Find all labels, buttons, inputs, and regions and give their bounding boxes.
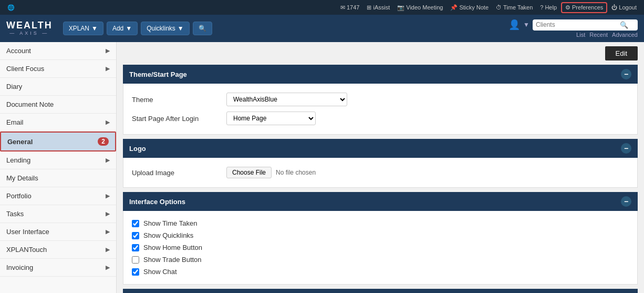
choose-file-button[interactable]: Choose File	[226, 167, 272, 178]
sidebar-arrow-client-focus: ▶	[106, 65, 110, 72]
start-page-select[interactable]: Home Page	[226, 112, 316, 125]
search-icon: 🔍	[199, 25, 206, 32]
start-page-select-wrapper: Home Page	[226, 112, 316, 125]
sidebar-arrow-lending: ▶	[106, 157, 110, 164]
sidebar-item-lending[interactable]: Lending ▶	[0, 151, 116, 169]
sidebar-item-email[interactable]: Email ▶	[0, 114, 116, 132]
show-quicklinks-checkbox[interactable]	[132, 232, 139, 239]
iassist-button[interactable]: ⊞ iAssist	[363, 3, 393, 12]
interface-collapse-button[interactable]: −	[621, 196, 631, 207]
sidebar-item-xplantouch[interactable]: XPLANTouch ▶	[0, 241, 116, 259]
globe-icon-btn[interactable]: 🌐	[4, 3, 18, 12]
show-trade-button-checkbox[interactable]	[132, 256, 139, 264]
sidebar-label-document-note: Document Note	[6, 100, 54, 108]
sidebar-item-user-interface[interactable]: User Interface ▶	[0, 223, 116, 241]
sidebar-label-user-interface: User Interface	[6, 228, 49, 236]
video-icon: 📷	[397, 4, 404, 11]
sidebar-item-diary[interactable]: Diary	[0, 78, 116, 96]
quicklinks-button[interactable]: Quicklinks ▼	[141, 22, 190, 35]
upload-image-label: Upload Image	[132, 169, 226, 177]
sidebar-item-invoicing[interactable]: Invoicing ▶	[0, 259, 116, 277]
sidebar-item-account[interactable]: Account ▶	[0, 42, 116, 60]
search-icon-button[interactable]: 🔍	[193, 22, 212, 35]
sidebar-arrow-xplantouch: ▶	[106, 246, 110, 253]
show-time-taken-label: Show Time Taken	[143, 219, 197, 227]
theme-label: Theme	[132, 96, 226, 104]
logo-section: Logo − Upload Image Choose File No file …	[123, 139, 638, 188]
search-submit-icon[interactable]: 🔍	[620, 21, 628, 29]
theme-collapse-button[interactable]: −	[621, 69, 631, 79]
interface-section: Interface Options − Show Time Taken Show…	[123, 192, 638, 285]
logo-section-title: Logo	[129, 145, 146, 153]
show-time-taken-row: Show Time Taken	[132, 217, 629, 229]
nav-bar: WEALTH — AXIS — XPLAN ▼ Add ▼ Quicklinks…	[0, 15, 644, 42]
sidebar-label-xplantouch: XPLANTouch	[6, 246, 47, 254]
add-button[interactable]: Add ▼	[107, 22, 138, 35]
help-icon: ?	[540, 4, 543, 11]
recent-link[interactable]: Recent	[589, 32, 608, 38]
upload-image-row: Upload Image Choose File No file chosen	[132, 164, 629, 181]
sidebar-label-diary: Diary	[6, 83, 22, 90]
theme-row: Theme WealthAxisBlue	[132, 90, 629, 109]
xplan-chevron: ▼	[91, 25, 98, 32]
mail-button[interactable]: ✉ 1747	[337, 3, 362, 12]
sticky-note-button[interactable]: 📌 Sticky Note	[447, 3, 492, 12]
theme-section-header[interactable]: Theme/Start Page −	[123, 65, 638, 84]
sidebar-item-my-details[interactable]: My Details	[0, 169, 116, 187]
sidebar-arrow-portfolio: ▶	[106, 193, 110, 199]
interface-section-body: Show Time Taken Show Quicklinks Show Hom…	[123, 211, 638, 285]
user-dropdown-arrow[interactable]: ▼	[523, 21, 529, 28]
logo-section-header[interactable]: Logo −	[123, 139, 638, 158]
mail-icon: ✉	[340, 4, 345, 11]
sidebar-label-account: Account	[6, 47, 31, 55]
sidebar-arrow-tasks: ▶	[106, 210, 110, 217]
logout-button[interactable]: ⏻ Logout	[608, 3, 640, 12]
preferences-button[interactable]: ⚙ Preferences	[561, 2, 607, 13]
advanced-link[interactable]: Advanced	[612, 32, 638, 38]
show-chat-label: Show Chat	[143, 268, 177, 276]
xplan-button[interactable]: XPLAN ▼	[63, 22, 103, 35]
show-quicklinks-row: Show Quicklinks	[132, 229, 629, 241]
time-taken-button[interactable]: ⏱ Time Taken	[493, 3, 536, 12]
top-bar-right: ✉ 1747 ⊞ iAssist 📷 Video Meeting 📌 Stick…	[337, 2, 640, 13]
sidebar-arrow-email: ▶	[106, 119, 110, 126]
theme-section-body: Theme WealthAxisBlue Start Page After Lo…	[123, 84, 638, 135]
main-content: Edit Theme/Start Page − Theme WealthAxis…	[117, 42, 644, 293]
list-link[interactable]: List	[576, 32, 585, 38]
help-button[interactable]: ? Help	[537, 3, 560, 12]
theme-select[interactable]: WealthAxisBlue	[226, 93, 347, 106]
quicklinks-chevron: ▼	[178, 25, 184, 32]
show-trade-button-row: Show Trade Button	[132, 254, 629, 266]
user-avatar-icon: 👤	[508, 19, 520, 31]
sidebar-item-document-note[interactable]: Document Note	[0, 96, 116, 114]
top-bar: 🌐 ✉ 1747 ⊞ iAssist 📷 Video Meeting 📌 Sti…	[0, 0, 644, 15]
sidebar-label-portfolio: Portfolio	[6, 192, 32, 200]
interface-section-header[interactable]: Interface Options −	[123, 192, 638, 211]
interface-section-title: Interface Options	[129, 198, 185, 206]
video-meeting-button[interactable]: 📷 Video Meeting	[394, 3, 446, 12]
theme-section-title: Theme/Start Page	[129, 70, 187, 78]
sidebar-label-email: Email	[6, 118, 24, 126]
mailchimp-section: MailChimp Integration −	[123, 289, 638, 293]
logo-collapse-button[interactable]: −	[621, 143, 631, 154]
sidebar-item-tasks[interactable]: Tasks ▶	[0, 205, 116, 223]
show-home-button-row: Show Home Button	[132, 241, 629, 254]
show-home-button-checkbox[interactable]	[132, 244, 139, 251]
edit-button[interactable]: Edit	[605, 46, 638, 60]
show-time-taken-checkbox[interactable]	[132, 220, 139, 227]
sidebar-arrow-user-interface: ▶	[106, 228, 110, 235]
add-chevron: ▼	[126, 25, 132, 32]
mail-count: 1747	[347, 4, 359, 11]
mailchimp-section-header[interactable]: MailChimp Integration −	[123, 289, 638, 293]
search-input[interactable]	[536, 21, 620, 28]
show-chat-checkbox[interactable]	[132, 268, 139, 276]
sidebar-item-client-focus[interactable]: Client Focus ▶	[0, 60, 116, 78]
show-home-button-label: Show Home Button	[143, 244, 202, 251]
start-page-label: Start Page After Login	[132, 115, 226, 123]
sidebar-item-general[interactable]: General 2	[0, 132, 116, 151]
sidebar-item-portfolio[interactable]: Portfolio ▶	[0, 187, 116, 205]
sidebar-label-tasks: Tasks	[6, 210, 24, 218]
sticky-icon: 📌	[450, 4, 458, 11]
sidebar-label-client-focus: Client Focus	[6, 65, 44, 73]
general-badge: 2	[98, 137, 109, 146]
